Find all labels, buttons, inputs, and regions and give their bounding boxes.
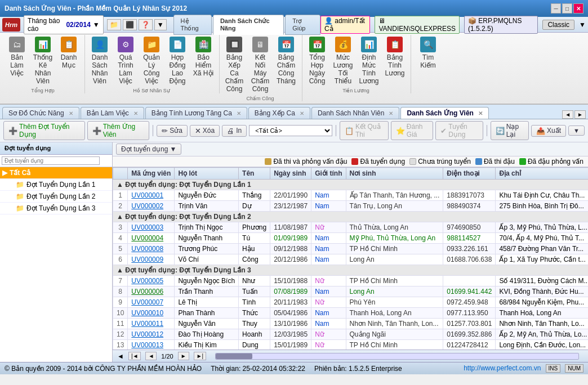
minimize-button[interactable]: ─ xyxy=(551,3,561,14)
exam-result-button[interactable]: 📋 Kết Quả Thi xyxy=(340,121,389,140)
ma-link[interactable]: UV000010 xyxy=(131,309,163,317)
group-collapse-icon[interactable]: ▲ xyxy=(117,213,123,221)
print-button[interactable]: 🖨 In xyxy=(222,125,247,137)
more-button[interactable]: ▼ xyxy=(568,126,585,136)
tb-timkiem[interactable]: 🔍 Tìm Kiếm xyxy=(416,35,440,71)
tb-quatrinh[interactable]: ⚙ Quá Trình Làm Việc xyxy=(113,35,138,87)
tab-close-5[interactable]: ✕ xyxy=(478,110,483,117)
tab-bangtinhluong[interactable]: Bảng Tính Lương Tăng Ca ✕ xyxy=(145,107,247,119)
filter-box-dropdown[interactable]: ▼ xyxy=(170,145,176,153)
tab-nav-left[interactable]: ◄ xyxy=(562,110,573,119)
table-row[interactable]: 11 UV000011 Nguyễn Văn Thuy 13/10/1986 N… xyxy=(113,319,589,329)
group-collapse-icon[interactable]: ▲ xyxy=(117,181,123,189)
tb-bangtinh[interactable]: 📋 Bảng Tính Lương xyxy=(382,35,407,87)
table-row[interactable]: 2 UV000002 Trịnh Văn Dự 23/12/1987 Nam T… xyxy=(113,201,589,212)
scroll-bar[interactable] xyxy=(215,353,579,360)
table-row[interactable]: 1 UV000001 Nguyễn Đức Thắng 22/01/1990 N… xyxy=(113,190,589,201)
tb-thongke[interactable]: 📊 Thống Kê Nhân Viên xyxy=(30,35,55,87)
tab-banlamviec[interactable]: Bản Làm Việc ✕ xyxy=(81,107,144,119)
tb-banlamviec[interactable]: 🗂 Bản Làm Việc xyxy=(5,35,29,87)
ma-link[interactable]: UV000012 xyxy=(131,330,163,338)
close-button[interactable]: ✕ xyxy=(573,3,583,14)
maximize-button[interactable]: □ xyxy=(562,3,572,14)
tree-item-dot1[interactable]: 📁 Đợt Tuyển Dụng Lần 1 xyxy=(0,179,112,191)
ma-link[interactable]: UV000001 xyxy=(131,191,163,199)
tab-dsungvien[interactable]: Danh Sách Ứng Viên ✕ xyxy=(400,107,488,119)
tree-item-dot2[interactable]: 📁 Đợt Tuyển Dụng Lần 2 xyxy=(0,191,112,203)
delete-button[interactable]: ✕ Xóa xyxy=(190,125,220,137)
menu-hethong[interactable]: Hệ Thống xyxy=(173,15,212,35)
nav-last-button[interactable]: ►| xyxy=(194,352,207,360)
group-collapse-icon[interactable]: ▲ xyxy=(117,266,123,274)
toolbar-icon-2[interactable]: ⬛ xyxy=(123,19,137,30)
tb-dinhmuc[interactable]: 📊 Định Mức Tính Lương xyxy=(357,35,381,87)
recruit-button[interactable]: ✔ Tuyển Dụng xyxy=(435,121,483,140)
tab-bangxepca[interactable]: Bảng Xếp Ca ✕ xyxy=(248,107,310,119)
table-row[interactable]: 3 UV000003 Trịnh Thị Ngọc Phương 11/08/1… xyxy=(113,222,589,233)
cell-ma[interactable]: UV000001 xyxy=(128,190,175,201)
menu-danhsach[interactable]: Danh Sách Chức Năng xyxy=(213,15,284,35)
menu-trogiup[interactable]: Trợ Giúp xyxy=(285,15,320,35)
tab-close-0[interactable]: ✕ xyxy=(69,110,73,117)
cell-ma[interactable]: UV000011 xyxy=(128,319,175,329)
cell-ma[interactable]: UV000009 xyxy=(128,254,175,265)
ma-link[interactable]: UV000007 xyxy=(131,298,163,306)
tb-bangxepca[interactable]: 🔲 Bảng Xếp Ca Chấm Công xyxy=(222,35,247,95)
tab-close-2[interactable]: ✕ xyxy=(237,110,241,117)
table-row[interactable]: 4 UV000004 Nguyễn Thanh Tú 01/09/1989 Na… xyxy=(113,233,589,244)
tree-filter-input[interactable] xyxy=(2,156,100,165)
cell-ma[interactable]: UV000010 xyxy=(128,308,175,319)
report-selector[interactable]: Tháng báo cáo 02/2014 ▼ xyxy=(24,15,104,34)
tab-close-4[interactable]: ✕ xyxy=(389,110,393,117)
ma-link[interactable]: UV000006 xyxy=(131,288,163,296)
ma-link[interactable]: UV000002 xyxy=(131,202,163,210)
toolbar-icon-3[interactable]: ❓ xyxy=(139,19,153,30)
filter-select[interactable]: <Tất Cả> Đợt Tuyển Dụng Lần 1 Đợt Tuyển … xyxy=(249,125,332,136)
tb-tonghopcong[interactable]: 📅 Tổng Hợp Ngày Công xyxy=(305,35,329,87)
tb-hopdong[interactable]: 📄 Hợp Đồng Lao Động xyxy=(165,35,190,87)
tb-dsnhanvien[interactable]: 👤 Danh Sách Nhân Viên xyxy=(87,35,112,87)
nav-next-button[interactable]: ► xyxy=(178,352,189,360)
classic-button[interactable]: Classic xyxy=(542,20,574,30)
cell-ma[interactable]: UV000003 xyxy=(128,222,175,233)
ma-link[interactable]: UV000013 xyxy=(131,341,163,349)
table-row[interactable]: 7 UV000005 Nguyễn Ngọc Bích Như 15/10/19… xyxy=(113,276,589,286)
nav-prev-button[interactable]: ◄ xyxy=(145,352,157,360)
cell-ma[interactable]: UV000002 xyxy=(128,201,175,212)
table-wrapper[interactable]: Mã ứng viên Họ lót Tên Ngày sinh Giới tí… xyxy=(113,167,588,350)
ins-button[interactable]: INS xyxy=(546,364,561,373)
tab-close-1[interactable]: ✕ xyxy=(133,110,138,117)
report-dropdown-icon[interactable]: ▼ xyxy=(93,21,100,29)
cell-ma[interactable]: UV000004 xyxy=(128,233,175,244)
table-row[interactable]: 10 UV000010 Phan Thành Thức 05/04/1986 N… xyxy=(113,308,589,319)
cell-ma[interactable]: UV000007 xyxy=(128,297,175,308)
tb-mucluong[interactable]: 💰 Mức Lương Tối Thiểu xyxy=(331,35,355,87)
cell-ma[interactable]: UV000013 xyxy=(128,340,175,350)
tab-nav-right[interactable]: ► xyxy=(574,110,586,119)
cell-ma[interactable]: UV000012 xyxy=(128,329,175,340)
cell-ma[interactable]: UV000005 xyxy=(128,276,175,286)
toolbar-icon-4[interactable]: ▼ xyxy=(154,19,167,30)
tb-ketnoicc[interactable]: 🖥 Kết Nối Máy Chấm Công xyxy=(248,35,273,95)
table-row[interactable]: 6 UV000009 Võ Chí Công 20/12/1986 Nam Lo… xyxy=(113,254,589,265)
add-batch-button[interactable]: ➕ Thêm Đợt Tuyển Dụng xyxy=(3,121,85,140)
tb-quanlycv[interactable]: 📁 Quản Lý Công Việc xyxy=(139,35,164,87)
nav-first-button[interactable]: |◄ xyxy=(128,352,141,360)
ma-link[interactable]: UV000004 xyxy=(131,234,163,242)
table-row[interactable]: 12 UV000012 Đào Thị Hoàng Hoanh 12/03/19… xyxy=(113,329,589,340)
table-row[interactable]: 5 UV000008 Trương Phúc Hậu 09/12/1988 Na… xyxy=(113,244,589,254)
tb-danhmuc[interactable]: 📋 Danh Mục xyxy=(56,35,81,87)
evaluate-button[interactable]: ⭐ Đánh Giá xyxy=(391,121,434,140)
tab-sodochucnang[interactable]: Sơ Đồ Chức Năng ✕ xyxy=(2,107,79,119)
edit-button[interactable]: ✏ Sửa xyxy=(157,125,188,137)
reload-button[interactable]: 🔄 Nạp Lại xyxy=(491,121,529,140)
toolbar-icon-1[interactable]: 📁 xyxy=(107,19,121,30)
cell-ma[interactable]: UV000008 xyxy=(128,244,175,254)
table-row[interactable]: 8 UV000006 Trần Thanh Tuấn 07/08/1989 Na… xyxy=(113,286,589,297)
ma-link[interactable]: UV000005 xyxy=(131,277,163,285)
add-candidate-button[interactable]: ➕ Thêm Ứng Viên xyxy=(87,121,150,140)
tab-dsnhanvien[interactable]: Danh Sách Nhân Viên ✕ xyxy=(311,107,400,119)
num-button[interactable]: NUM xyxy=(565,364,583,373)
ma-link[interactable]: UV000003 xyxy=(131,223,163,231)
tab-close-3[interactable]: ✕ xyxy=(300,110,304,117)
